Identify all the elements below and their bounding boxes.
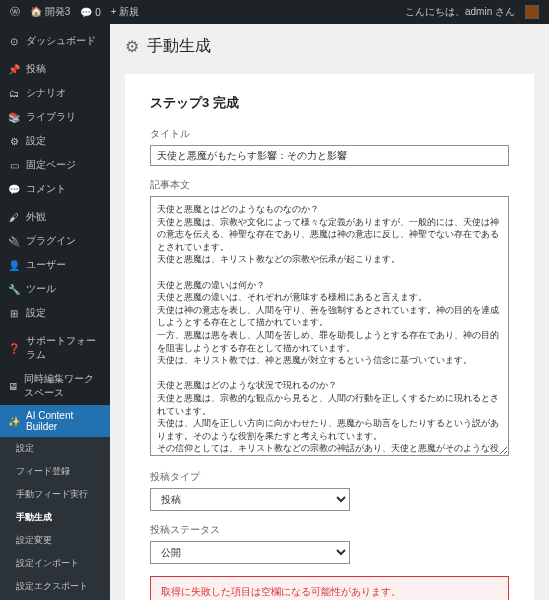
new-content[interactable]: + 新規 (111, 5, 140, 19)
body-textarea[interactable] (150, 196, 509, 456)
submenu-setting-export[interactable]: 設定エクスポート (0, 575, 110, 598)
book-icon: 📚 (8, 111, 20, 123)
menu-dashboard[interactable]: ⊙ダッシュボード (0, 29, 110, 53)
poststatus-select[interactable]: 公開 (150, 541, 350, 564)
gear-icon: ⚙ (8, 135, 20, 147)
brush-icon: 🖌 (8, 211, 20, 223)
comment-icon: 💬 (8, 183, 20, 195)
title-input[interactable] (150, 145, 509, 166)
menu-plugins[interactable]: 🔌プラグイン (0, 229, 110, 253)
gear-icon: ⚙ (125, 37, 139, 56)
submenu-setting-change[interactable]: 設定変更 (0, 529, 110, 552)
wrench-icon: 🔧 (8, 283, 20, 295)
menu-settings2[interactable]: ⊞設定 (0, 301, 110, 325)
page-title: 手動生成 (147, 36, 211, 57)
slider-icon: ⊞ (8, 307, 20, 319)
title-label: タイトル (150, 127, 509, 141)
posttype-select[interactable]: 投稿 (150, 488, 350, 511)
menu-workspace[interactable]: 🖥同時編集ワークスペース (0, 367, 110, 405)
menu-users[interactable]: 👤ユーザー (0, 253, 110, 277)
submenu-manual-gen[interactable]: 手動生成 (0, 506, 110, 529)
menu-settings[interactable]: ⚙設定 (0, 129, 110, 153)
menu-library[interactable]: 📚ライブラリ (0, 105, 110, 129)
body-label: 記事本文 (150, 178, 509, 192)
user-icon: 👤 (8, 259, 20, 271)
avatar[interactable] (525, 5, 539, 19)
wp-logo-icon[interactable]: ⓦ (10, 5, 20, 19)
page-icon: ▭ (8, 159, 20, 171)
menu-comments[interactable]: 💬コメント (0, 177, 110, 201)
dashboard-icon: ⊙ (8, 35, 20, 47)
submenu-setting-import[interactable]: 設定インポート (0, 552, 110, 575)
pin-icon: 📌 (8, 63, 20, 75)
submenu-setting[interactable]: 設定 (0, 437, 110, 460)
comments-count[interactable]: 💬 0 (80, 7, 100, 18)
step-title: ステップ3 完成 (150, 94, 509, 112)
content-card: ステップ3 完成 タイトル 記事本文 投稿タイプ 投稿 投稿ステータス 公開 取… (125, 74, 534, 600)
poststatus-label: 投稿ステータス (150, 523, 509, 537)
alert-message: 取得に失敗した項目は空欄になる可能性があります。 (150, 576, 509, 600)
menu-ai-builder[interactable]: ✨AI Content Builder (0, 405, 110, 437)
menu-pages[interactable]: ▭固定ページ (0, 153, 110, 177)
submenu-feed-exec[interactable]: 手動フィード実行 (0, 483, 110, 506)
plug-icon: 🔌 (8, 235, 20, 247)
admin-sidebar: ⊙ダッシュボード 📌投稿 🗂シナリオ 📚ライブラリ ⚙設定 ▭固定ページ 💬コメ… (0, 24, 110, 600)
menu-scenario[interactable]: 🗂シナリオ (0, 81, 110, 105)
greeting[interactable]: こんにちは、admin さん (405, 5, 515, 19)
menu-appearance[interactable]: 🖌外観 (0, 205, 110, 229)
submenu-feed-reg[interactable]: フィード登録 (0, 460, 110, 483)
doc-icon: 🗂 (8, 87, 20, 99)
ai-icon: ✨ (8, 415, 20, 427)
workspace-icon: 🖥 (8, 380, 18, 392)
posttype-label: 投稿タイプ (150, 470, 509, 484)
menu-support[interactable]: ❓サポートフォーラム (0, 329, 110, 367)
menu-posts[interactable]: 📌投稿 (0, 57, 110, 81)
site-home[interactable]: 🏠 開発3 (30, 5, 70, 19)
help-icon: ❓ (8, 342, 20, 354)
menu-tools[interactable]: 🔧ツール (0, 277, 110, 301)
